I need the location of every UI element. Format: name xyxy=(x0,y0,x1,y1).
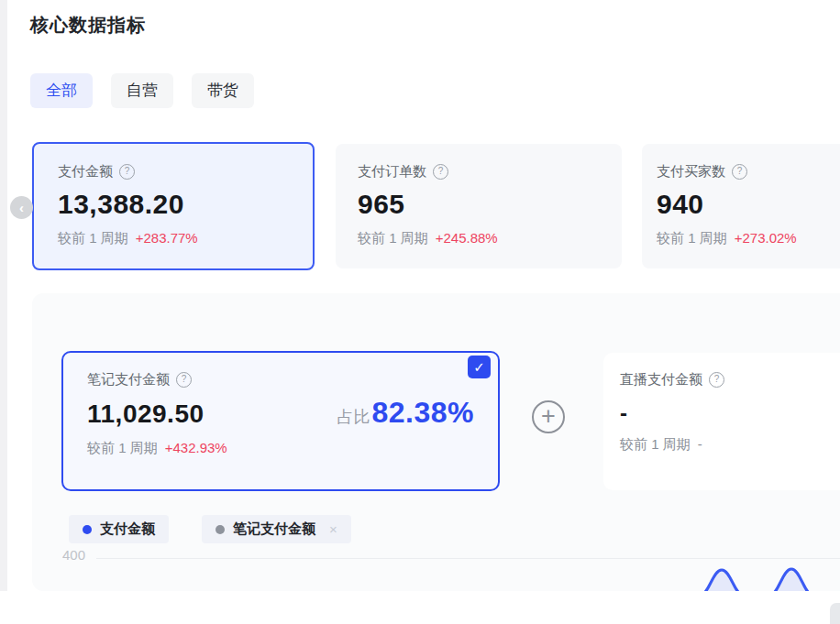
metric-label: 支付买家数 xyxy=(657,163,725,181)
page-left-edge xyxy=(0,0,7,591)
subcard-label: 笔记支付金额 xyxy=(87,371,170,389)
metric-value: 940 xyxy=(657,189,840,220)
compare-label: 较前 1 周期 xyxy=(358,230,428,247)
change-value: +432.93% xyxy=(165,440,227,455)
help-icon[interactable]: ? xyxy=(433,164,448,180)
subcard-live-payment[interactable]: 直播支付金额 ? - 较前 1 周期 - xyxy=(603,353,840,490)
legend-label: 笔记支付金额 xyxy=(233,520,315,538)
help-icon[interactable]: ? xyxy=(176,372,192,388)
subcard-note-payment[interactable]: 笔记支付金额 ? 11,029.50 占比 82.38% 较前 1 周期 +43… xyxy=(61,351,500,491)
legend-dot-gray xyxy=(216,525,225,534)
compare-label: 较前 1 周期 xyxy=(657,230,727,247)
metric-compare: 较前 1 周期 +273.02% xyxy=(657,230,840,247)
share-label: 占比 xyxy=(337,406,370,428)
metric-card-payment-orders[interactable]: 支付订单数 ? 965 较前 1 周期 +245.88% xyxy=(336,144,622,268)
tab-all[interactable]: 全部 xyxy=(30,73,93,108)
compare-label: 较前 1 周期 xyxy=(87,440,158,457)
metric-label: 支付金额 xyxy=(58,163,113,181)
subcard-value-row: 11,029.50 占比 82.38% xyxy=(87,396,474,430)
metric-value: 965 xyxy=(358,189,600,220)
legend-dot-blue xyxy=(83,525,92,534)
metric-card-payment-amount[interactable]: 支付金额 ? 13,388.20 较前 1 周期 +283.77% xyxy=(32,142,315,270)
subcard-value: - xyxy=(620,400,840,426)
change-value: +245.88% xyxy=(436,230,498,246)
compare-label: 较前 1 周期 xyxy=(58,230,128,247)
metric-label-row: 支付金额 ? xyxy=(58,163,289,181)
change-value: +283.77% xyxy=(136,230,198,246)
add-metric-button[interactable]: + xyxy=(532,400,565,433)
change-value: +273.02% xyxy=(735,230,797,246)
subcard-label: 直播支付金额 xyxy=(620,371,702,389)
legend-label: 支付金额 xyxy=(100,520,155,538)
scope-tabs: 全部 自营 带货 xyxy=(30,73,254,108)
floating-widget-cut[interactable] xyxy=(830,603,840,624)
help-icon[interactable]: ? xyxy=(709,372,724,388)
page-title: 核心数据指标 xyxy=(30,13,146,38)
help-icon[interactable]: ? xyxy=(119,164,135,180)
change-value: - xyxy=(698,436,702,452)
legend-item-note-payment[interactable]: 笔记支付金额 × xyxy=(202,515,351,543)
subcard-label-row: 笔记支付金额 ? xyxy=(87,371,474,389)
metric-compare: 较前 1 周期 +245.88% xyxy=(358,230,600,247)
close-icon[interactable]: × xyxy=(329,521,337,537)
help-icon[interactable]: ? xyxy=(732,164,747,180)
subcard-value: 11,029.50 xyxy=(87,400,204,429)
metric-compare: 较前 1 周期 +283.77% xyxy=(58,230,289,247)
checkbox-checked-icon[interactable]: ✓ xyxy=(468,356,491,378)
payment-trend-chart[interactable] xyxy=(32,559,840,591)
carousel-prev-icon[interactable]: ‹ xyxy=(10,196,33,219)
subcard-compare: 较前 1 周期 +432.93% xyxy=(87,440,474,457)
tab-affiliate[interactable]: 带货 xyxy=(192,73,254,108)
metric-card-payment-buyers[interactable]: 支付买家数 ? 940 较前 1 周期 +273.02% xyxy=(642,144,840,268)
compare-label: 较前 1 周期 xyxy=(620,436,691,454)
metric-label: 支付订单数 xyxy=(358,163,426,181)
metric-label-row: 支付订单数 ? xyxy=(358,163,600,181)
legend-item-payment-amount[interactable]: 支付金额 xyxy=(69,515,169,543)
share-value: 82.38% xyxy=(371,396,474,430)
tab-self-operated[interactable]: 自营 xyxy=(111,73,173,108)
metric-label-row: 支付买家数 ? xyxy=(657,163,840,181)
metric-value: 13,388.20 xyxy=(58,189,289,220)
subcard-label-row: 直播支付金额 ? xyxy=(620,371,840,389)
subcard-compare: 较前 1 周期 - xyxy=(620,436,840,454)
